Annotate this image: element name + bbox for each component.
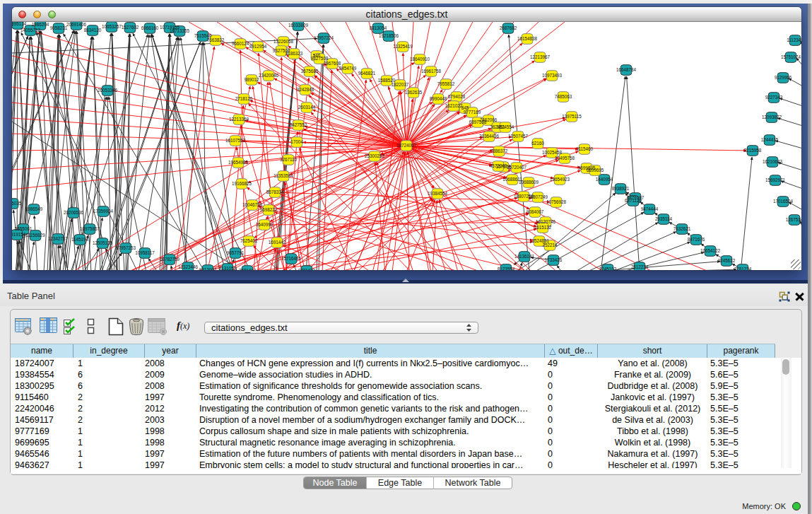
svg-text:7462066: 7462066	[480, 117, 498, 122]
svg-text:8186323: 8186323	[286, 51, 303, 56]
svg-text:9245102: 9245102	[599, 267, 617, 270]
svg-text:16210643: 16210643	[763, 159, 783, 164]
svg-text:15716485: 15716485	[281, 256, 302, 261]
svg-text:3675685: 3675685	[301, 69, 319, 74]
svg-text:14136141: 14136141	[514, 254, 535, 259]
svg-text:9227343: 9227343	[765, 95, 783, 100]
svg-text:26053346: 26053346	[98, 88, 118, 93]
svg-text:12342737: 12342737	[48, 236, 69, 241]
svg-text:18807250: 18807250	[514, 194, 534, 199]
svg-text:16120746: 16120746	[536, 219, 556, 224]
svg-text:16713355: 16713355	[170, 28, 190, 33]
svg-text:1112345: 1112345	[787, 37, 801, 42]
svg-text:1615132: 1615132	[534, 225, 552, 230]
svg-text:9646821: 9646821	[358, 71, 376, 76]
svg-text:11353594: 11353594	[273, 173, 293, 178]
svg-text:15720407: 15720407	[507, 165, 527, 170]
svg-text:9245612: 9245612	[718, 258, 736, 263]
svg-text:16046738: 16046738	[242, 202, 263, 207]
svg-text:18724007: 18724007	[396, 143, 417, 148]
svg-text:7625402: 7625402	[240, 238, 258, 243]
svg-text:11325419: 11325419	[393, 44, 413, 49]
svg-text:7781234: 7781234	[734, 267, 752, 270]
svg-text:1440954: 1440954	[596, 177, 613, 182]
svg-text:9657791: 9657791	[227, 250, 245, 255]
svg-text:9327508: 9327508	[311, 56, 329, 61]
svg-text:10507457: 10507457	[508, 134, 529, 139]
svg-text:13226058: 13226058	[273, 39, 294, 44]
svg-text:9084067: 9084067	[526, 209, 544, 214]
svg-text:19384554: 19384554	[428, 191, 448, 196]
svg-text:6794028: 6794028	[448, 94, 466, 99]
svg-text:6899695: 6899695	[587, 168, 604, 173]
svg-text:19654985: 19654985	[228, 160, 249, 165]
svg-text:3919154: 3919154	[12, 232, 26, 237]
svg-text:20206536: 20206536	[64, 210, 84, 215]
svg-text:7886372: 7886372	[490, 148, 508, 153]
svg-text:3267110: 3267110	[280, 157, 298, 162]
svg-text:7663822: 7663822	[207, 37, 225, 42]
svg-text:1362635: 1362635	[405, 90, 423, 95]
svg-text:10688611: 10688611	[502, 177, 522, 182]
svg-text:16107553: 16107553	[225, 138, 246, 143]
svg-text:1640994: 1640994	[256, 222, 273, 227]
svg-text:14055712: 14055712	[20, 28, 41, 33]
svg-text:9115460: 9115460	[576, 146, 594, 151]
svg-text:2718126: 2718126	[235, 96, 253, 101]
svg-text:12213369: 12213369	[229, 117, 249, 122]
svg-text:17004: 17004	[290, 139, 303, 144]
svg-text:7632621: 7632621	[673, 226, 691, 231]
svg-text:8938921: 8938921	[612, 186, 630, 191]
svg-text:12323446: 12323446	[178, 264, 199, 269]
svg-text:23420046: 23420046	[259, 73, 279, 78]
svg-text:13975115: 13975115	[562, 114, 582, 119]
svg-text:10756928: 10756928	[546, 199, 567, 204]
svg-text:10975867: 10975867	[80, 226, 100, 231]
svg-text:9312007: 9312007	[199, 267, 217, 270]
svg-text:8131055: 8131055	[219, 266, 237, 270]
svg-text:6871120: 6871120	[625, 198, 642, 203]
svg-text:8471676: 8471676	[688, 237, 705, 242]
svg-text:252214: 252214	[542, 243, 558, 247]
svg-text:8427552: 8427552	[290, 122, 307, 127]
svg-text:17359934: 17359934	[93, 209, 114, 214]
svg-text:989012: 989012	[244, 77, 259, 82]
svg-text:9777169: 9777169	[464, 110, 481, 115]
svg-text:9129966: 9129966	[775, 75, 792, 80]
svg-text:9474444: 9474444	[641, 206, 659, 211]
svg-text:5855061: 5855061	[15, 226, 33, 231]
svg-text:1822037: 1822037	[392, 82, 409, 87]
svg-text:2526035: 2526035	[12, 201, 22, 206]
svg-text:10025458: 10025458	[542, 150, 563, 155]
svg-text:2687682: 2687682	[500, 25, 517, 30]
svg-text:17016504: 17016504	[773, 199, 794, 204]
svg-text:1621022: 1621022	[445, 103, 463, 108]
svg-text:9698222: 9698222	[260, 207, 278, 212]
svg-text:16154838: 16154838	[517, 36, 538, 41]
svg-text:20364436: 20364436	[479, 134, 500, 139]
svg-text:12213967: 12213967	[530, 54, 551, 59]
svg-text:8215958: 8215958	[744, 148, 762, 153]
svg-text:7485063: 7485063	[555, 94, 572, 99]
svg-text:18640910: 18640910	[410, 57, 430, 62]
svg-text:19218506: 19218506	[379, 33, 399, 38]
svg-text:1145194: 1145194	[71, 237, 89, 242]
svg-text:62160: 62160	[531, 141, 544, 146]
svg-text:1527602: 1527602	[122, 25, 139, 30]
svg-text:8454749: 8454749	[339, 66, 357, 71]
svg-text:20691406: 20691406	[66, 22, 87, 27]
svg-text:19166825: 19166825	[232, 181, 252, 186]
svg-text:8834120: 8834120	[84, 28, 102, 33]
svg-text:8123554: 8123554	[498, 267, 515, 270]
svg-text:1824554: 1824554	[497, 124, 514, 129]
svg-text:10653257: 10653257	[102, 24, 122, 29]
svg-text:1986204: 1986204	[32, 22, 49, 27]
svg-text:7612234: 7612234	[631, 264, 649, 269]
svg-text:12093872: 12093872	[762, 115, 782, 119]
svg-text:10973493: 10973493	[542, 73, 563, 78]
svg-text:1244415: 1244415	[761, 137, 779, 142]
svg-text:9242848: 9242848	[297, 87, 314, 92]
svg-text:16648784: 16648784	[616, 67, 637, 72]
svg-text:9660124: 9660124	[232, 41, 249, 46]
svg-text:8678334: 8678334	[266, 189, 284, 194]
